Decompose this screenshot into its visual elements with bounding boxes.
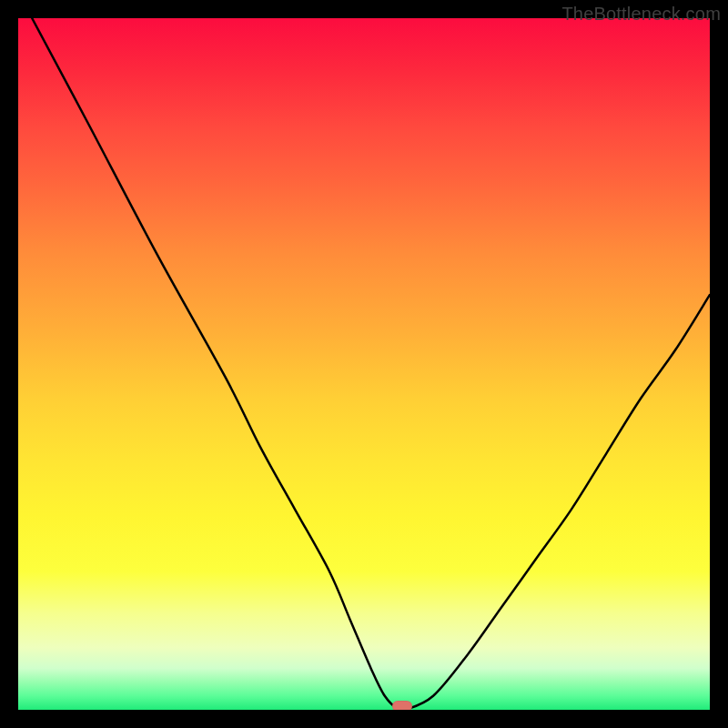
chart-root: TheBottleneck.com <box>0 0 728 728</box>
bottleneck-curve <box>18 18 710 710</box>
optimal-marker <box>392 701 412 710</box>
curve-path <box>32 18 710 710</box>
credit-text: TheBottleneck.com <box>561 4 721 25</box>
plot-area <box>18 18 710 710</box>
